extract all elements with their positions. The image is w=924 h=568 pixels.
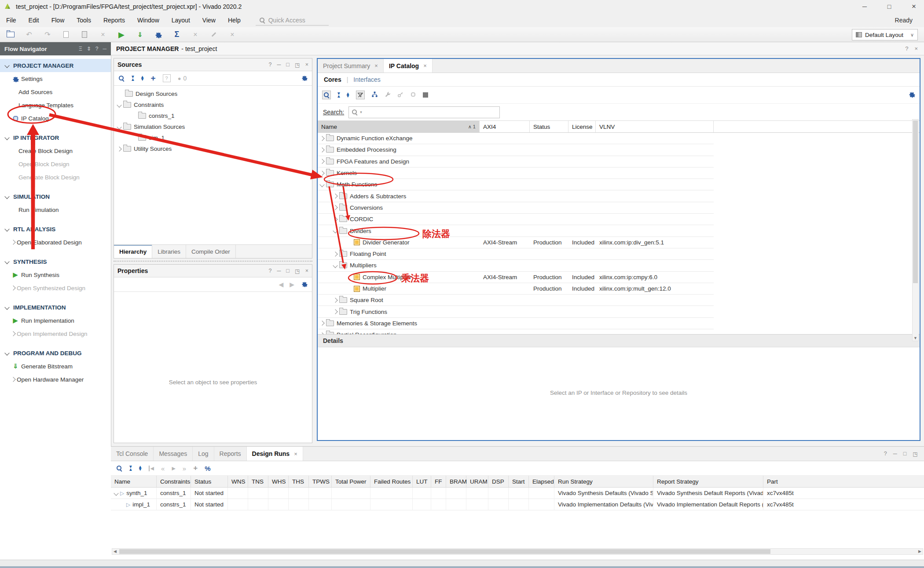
collapse-icon[interactable]: Ξ <box>79 46 82 52</box>
help-icon[interactable]: ? <box>95 46 99 52</box>
flownav-item-settings[interactable]: Settings <box>0 72 111 85</box>
run-row-impl_1[interactable]: ▷impl_1constrs_1Not startedVivado Implem… <box>111 499 924 510</box>
column-header-name[interactable]: Name∧ 1 <box>318 121 480 132</box>
ip-row-kernels[interactable]: Kernels <box>318 167 714 179</box>
vertical-scrollbar[interactable]: ▼ <box>912 119 919 341</box>
ip-row-math-functions[interactable]: Math Functions <box>318 179 714 190</box>
close-tab-icon[interactable]: × <box>423 62 427 69</box>
ip-row-square-root[interactable]: Square Root <box>318 295 714 306</box>
flownav-section-header[interactable]: PROGRAM AND DEBUG <box>0 346 111 360</box>
flownav-section-header[interactable]: IMPLEMENTATION <box>0 301 111 314</box>
ip-row-floating-point[interactable]: Floating Point <box>318 248 714 260</box>
column-header-part[interactable]: Part <box>763 476 924 487</box>
column-header-vlnv[interactable]: VLNV <box>596 121 714 132</box>
column-header-total-power[interactable]: Total Power <box>332 476 370 487</box>
sources-settings-gear-icon[interactable] <box>301 75 308 82</box>
ip-row-dynamic-function-exchange[interactable]: Dynamic Function eXchange <box>318 133 714 144</box>
tree-item-utility-sources[interactable]: Utility Sources <box>114 143 312 154</box>
copy-icon[interactable] <box>62 30 70 39</box>
column-header-axi4[interactable]: AXI4 <box>480 121 530 132</box>
tab-libraries[interactable]: Libraries <box>152 245 186 258</box>
menu-tools[interactable]: Tools <box>70 17 97 24</box>
column-header-license[interactable]: License <box>568 121 596 132</box>
tree-item-design-sources[interactable]: Design Sources <box>114 88 312 99</box>
minimize-icon[interactable]: ─ <box>277 62 281 68</box>
column-header-bram[interactable]: BRAM <box>446 476 466 487</box>
flownav-section-header[interactable]: SIMULATION <box>0 190 111 203</box>
tab-reports[interactable]: Reports <box>214 447 247 461</box>
flownav-section-header[interactable]: IP INTEGRATOR <box>0 131 111 144</box>
properties-settings-gear-icon[interactable] <box>301 281 308 288</box>
minimize-panel-icon[interactable]: ─ <box>103 46 106 52</box>
menu-view[interactable]: View <box>196 17 222 24</box>
add-sources-icon[interactable]: + <box>151 75 156 82</box>
expand-icon[interactable]: ⇕ <box>87 46 91 52</box>
generate-bitstream-icon[interactable]: ⇓ <box>136 30 144 39</box>
column-header-ths[interactable]: THS <box>289 476 309 487</box>
column-header-name[interactable]: Name <box>111 476 157 487</box>
search-icon[interactable] <box>118 75 125 81</box>
horizontal-scrollbar[interactable]: ◀ ▶ <box>112 548 923 555</box>
column-header-tpws[interactable]: TPWS <box>309 476 332 487</box>
maximize-icon[interactable]: □ <box>903 451 907 457</box>
flownav-section-header[interactable]: SYNTHESIS <box>0 255 111 268</box>
delete-icon[interactable]: × <box>99 30 107 39</box>
collapse-all-icon[interactable]: ▼▲ <box>132 76 134 81</box>
column-header-report-strategy[interactable]: Report Strategy <box>653 476 763 487</box>
ip-row-embedded-processing[interactable]: Embedded Processing <box>318 144 714 156</box>
close-icon[interactable]: × <box>914 45 918 52</box>
scroll-down-icon[interactable]: ▼ <box>913 336 918 340</box>
run-icon[interactable]: ▶ <box>117 30 126 39</box>
flownav-section-header[interactable]: RTL ANALYSIS <box>0 222 111 236</box>
scrollbar-thumb[interactable] <box>913 120 918 283</box>
ip-row-conversions[interactable]: Conversions <box>318 202 714 214</box>
search-icon[interactable] <box>322 91 331 99</box>
column-header-status[interactable]: Status <box>530 121 568 132</box>
filter-icon[interactable] <box>356 91 365 99</box>
close-icon[interactable]: × <box>305 62 308 68</box>
ip-row-complex-multiplier[interactable]: Complex MultiplierAXI4-StreamProductionI… <box>318 272 714 283</box>
help-icon[interactable]: ? <box>269 62 272 68</box>
help-icon[interactable]: ? <box>269 268 272 274</box>
subtab-interfaces[interactable]: Interfaces <box>353 76 380 83</box>
tab-messages[interactable]: Messages <box>154 447 193 461</box>
maximize-button[interactable]: □ <box>883 3 896 10</box>
close-tab-icon[interactable]: × <box>374 62 378 69</box>
expand-all-icon[interactable]: ▲▼ <box>347 92 349 98</box>
expand-all-icon[interactable]: ▲▼ <box>141 76 144 81</box>
column-header-wns[interactable]: WNS <box>228 476 248 487</box>
quick-access-input[interactable]: Quick Access <box>256 15 329 25</box>
tree-item-simulation-sources[interactable]: Simulation Sources <box>114 121 312 132</box>
ip-row-multipliers[interactable]: Multipliers <box>318 260 714 271</box>
column-header-dsp[interactable]: DSP <box>488 476 509 487</box>
ip-search-input[interactable]: ▾ <box>348 106 500 118</box>
scroll-left-icon[interactable]: ◀ <box>114 549 117 554</box>
menu-file[interactable]: File <box>0 17 22 24</box>
help-icon[interactable]: ? <box>884 451 887 457</box>
ip-row-dividers[interactable]: Dividers <box>318 225 714 237</box>
column-header-status[interactable]: Status <box>191 476 228 487</box>
float-icon[interactable]: ◳ <box>295 62 300 68</box>
tab-hierarchy[interactable]: Hierarchy <box>114 245 152 258</box>
tab-project-summary[interactable]: Project Summary× <box>318 59 384 73</box>
menu-flow[interactable]: Flow <box>45 17 71 24</box>
ip-row-fpga-features-and-design[interactable]: FPGA Features and Design <box>318 156 714 167</box>
flownav-item-language-templates[interactable]: Language Templates <box>0 98 111 112</box>
ip-catalog-settings-gear-icon[interactable] <box>909 91 915 99</box>
flownav-item-add-sources[interactable]: Add Sources <box>0 85 111 98</box>
group-by-hierarchy-icon[interactable] <box>371 91 378 99</box>
tree-item-constraints[interactable]: Constraints <box>114 99 312 110</box>
search-icon[interactable] <box>116 465 122 471</box>
column-header-start[interactable]: Start <box>509 476 529 487</box>
column-header-run-strategy[interactable]: Run Strategy <box>554 476 653 487</box>
tab-design-runs[interactable]: Design Runs× <box>247 447 303 461</box>
column-header-lut[interactable]: LUT <box>413 476 431 487</box>
run-row-synth_1[interactable]: ▷synth_1constrs_1Not startedVivado Synth… <box>111 488 924 499</box>
expand-all-icon[interactable]: ▲▼ <box>139 466 142 471</box>
scrollbar-thumb[interactable] <box>119 549 770 554</box>
flownav-item-run-simulation[interactable]: Run Simulation <box>0 203 111 216</box>
tab-tcl-console[interactable]: Tcl Console <box>111 447 154 461</box>
menu-reports[interactable]: Reports <box>97 17 131 24</box>
tree-item-constrs_1[interactable]: constrs_1 <box>114 110 312 121</box>
redo-icon[interactable]: ↷ <box>43 30 52 39</box>
